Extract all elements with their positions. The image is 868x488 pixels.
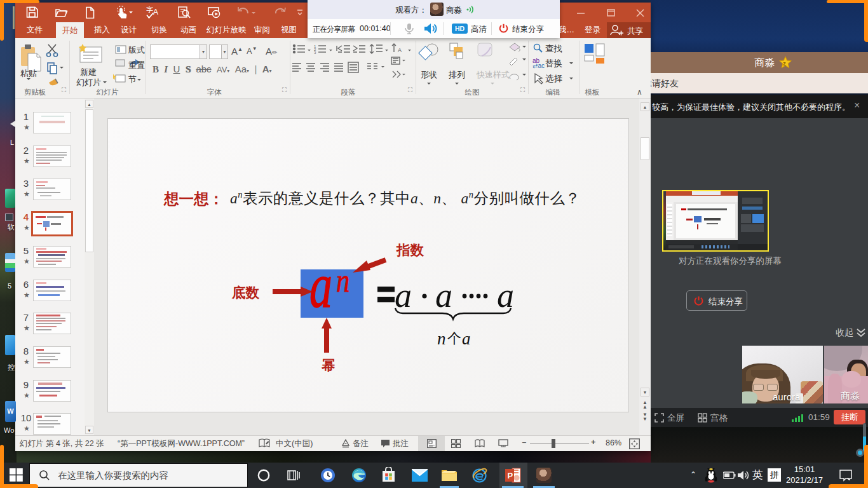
svg-text:指数: 指数 xyxy=(396,243,424,258)
svg-text:版式: 版式 xyxy=(128,45,145,55)
svg-text:a: a xyxy=(462,329,471,348)
svg-text:形状: 形状 xyxy=(421,70,437,79)
svg-text:幂: 幂 xyxy=(321,358,336,373)
svg-text:a: a xyxy=(435,276,452,315)
svg-text:新建: 新建 xyxy=(80,67,97,77)
svg-text:粘贴: 粘贴 xyxy=(20,69,37,78)
svg-text:快速样式: 快速样式 xyxy=(476,70,510,79)
svg-text:n: n xyxy=(437,329,446,348)
svg-text:3: 3 xyxy=(314,51,316,55)
svg-text:P: P xyxy=(508,471,513,480)
svg-text:查找: 查找 xyxy=(545,44,562,53)
svg-text:选择: 选择 xyxy=(545,74,563,83)
svg-text:幻灯片: 幻灯片 xyxy=(76,78,101,87)
svg-text:⇄ac: ⇄ac xyxy=(532,62,545,69)
svg-text:A: A xyxy=(398,47,402,53)
svg-text:节: 节 xyxy=(128,74,137,84)
svg-text:n: n xyxy=(336,262,349,299)
svg-text:字: 字 xyxy=(146,6,153,13)
svg-text:重置: 重置 xyxy=(128,60,145,70)
svg-text:a: a xyxy=(309,250,332,320)
svg-text:共享: 共享 xyxy=(627,27,644,36)
svg-text:排列: 排列 xyxy=(449,70,465,79)
svg-text:底数: 底数 xyxy=(231,285,260,301)
svg-text:a: a xyxy=(395,276,412,315)
svg-text:替换: 替换 xyxy=(545,58,562,68)
svg-text:个: 个 xyxy=(447,330,461,346)
svg-text:z: z xyxy=(783,60,786,67)
svg-text:A: A xyxy=(153,8,158,17)
